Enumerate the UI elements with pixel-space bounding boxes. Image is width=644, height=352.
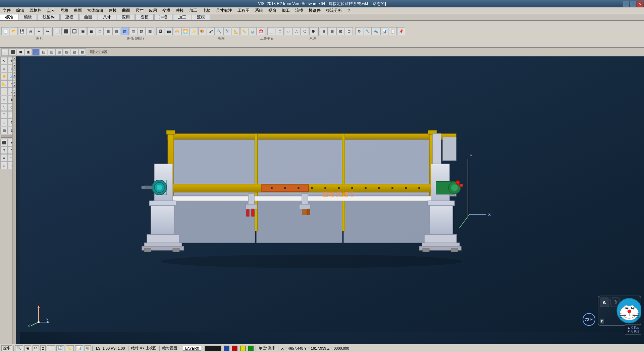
menu-moldinsert[interactable]: 模镶件 (306, 7, 323, 14)
menu-apply[interactable]: 应用 (146, 7, 160, 14)
tb-img5[interactable]: ✨ (190, 27, 198, 35)
tb-shape8[interactable]: ▤ (112, 27, 120, 35)
tb2-btn10[interactable]: ▨ (71, 48, 78, 56)
tb-view5[interactable]: ⬡ (301, 27, 309, 35)
maximize-button[interactable]: □ (630, 1, 636, 7)
status-btn-3[interactable]: ⟳ (33, 345, 39, 351)
menu-mesh[interactable]: 网格 (58, 7, 71, 14)
lt-strip-btn4[interactable]: ▪ (13, 67, 16, 70)
status-btn-4[interactable]: 2 (40, 345, 46, 351)
menu-dimension[interactable]: 尺寸 (133, 7, 146, 14)
menu-help[interactable]: ? (345, 8, 353, 13)
tb-img3[interactable]: 🔆 (173, 27, 181, 35)
lt-strip-btn2[interactable]: ▪ (13, 60, 16, 63)
lt-solidbox[interactable]: ⬛ (0, 139, 8, 146)
tab-apply[interactable]: 应用 (117, 14, 135, 20)
tb-shape1[interactable]: ⬜ (54, 27, 62, 35)
status-controls[interactable]: 控牢 (1, 345, 12, 351)
menu-mold[interactable]: 变模 (160, 7, 173, 14)
tb-img9[interactable]: 🔭 (223, 27, 231, 35)
tb2-btn11[interactable]: ▩ (78, 48, 86, 56)
tb2-btn5[interactable]: ◻ (32, 48, 40, 56)
viewport[interactable]: Y X 微辅 无编号 Y X Z A ☽ (20, 56, 644, 344)
tb-shape3[interactable]: 🔲 (70, 27, 78, 35)
tb-view4[interactable]: △ (292, 27, 301, 35)
menu-flow[interactable]: 流模 (292, 7, 306, 14)
status-btn-9[interactable]: ⊞ (85, 345, 91, 351)
lt-loft[interactable]: ◈ (0, 154, 8, 162)
menu-viewport[interactable]: 视窗 (266, 7, 279, 14)
tb-img8[interactable]: 🔍 (215, 27, 223, 35)
tb2-btn1[interactable]: ⬜ (1, 48, 9, 56)
tb-wp3[interactable]: ⊠ (336, 27, 344, 35)
lt-strip-btn12[interactable]: ▪ (13, 94, 16, 97)
tb-img13[interactable]: 🎯 (257, 27, 265, 35)
menu-pointcloud[interactable]: 点云 (44, 7, 58, 14)
lt-strip-btn10[interactable]: ▪ (13, 87, 16, 90)
tb-shape5[interactable]: ◼ (87, 27, 95, 35)
lt-strip-btn8[interactable]: ▪ (13, 81, 16, 83)
tb-open[interactable]: 📂 (10, 27, 18, 35)
lt-extrude[interactable]: ⬆ (0, 146, 8, 154)
menu-solidediting[interactable]: 实体编辑 (85, 7, 106, 14)
lt-strip-btn3[interactable]: ▪ (13, 64, 16, 67)
tb-wp2[interactable]: ⊟ (328, 27, 336, 35)
tb2-btn8[interactable]: ▦ (55, 48, 63, 56)
tb2-btn4[interactable]: ▣ (24, 48, 32, 56)
tb-sys6[interactable]: 📌 (397, 27, 405, 35)
status-btn-8[interactable]: 📊 (75, 345, 83, 351)
lt-curve[interactable]: ∿ (0, 103, 8, 111)
lt-circle[interactable]: ○ (0, 96, 8, 103)
tb-view2[interactable]: ◻ (276, 27, 284, 35)
tab-wireframe[interactable]: 线架构 (38, 14, 60, 20)
tb2-btn2[interactable]: ⬛ (9, 48, 16, 56)
lt-strip-btn11[interactable]: ▪ (13, 91, 16, 93)
tab-punch[interactable]: 冲模 (154, 14, 172, 20)
menu-modeling[interactable]: 建模 (106, 7, 119, 14)
menu-machining[interactable]: 加工 (186, 7, 200, 14)
tab-modeling[interactable]: 建模 (60, 14, 78, 20)
tb-shape-active[interactable]: ▨ (121, 27, 129, 35)
lt-strip-btn5[interactable]: ▪ (13, 71, 16, 73)
tb-img6[interactable]: 🎨 (198, 27, 206, 35)
tb-view1[interactable]: ⬜ (267, 27, 275, 35)
tb2-btn6[interactable]: ▤ (40, 48, 47, 56)
status-btn-6[interactable]: 🔄 (56, 345, 64, 351)
status-btn-5[interactable]: ⬜ (47, 345, 55, 351)
lt-strip-btn1[interactable]: ▪ (13, 57, 16, 60)
tb-img11[interactable]: 📏 (240, 27, 248, 35)
status-btn-7[interactable]: 📐 (66, 345, 74, 351)
lt-strip-btn9[interactable]: ▪ (13, 84, 16, 87)
menu-moldflow[interactable]: 模流分析 (323, 7, 345, 14)
menu-surface2[interactable]: 曲面 (119, 7, 133, 14)
tb-img4[interactable]: 🌅 (181, 27, 190, 35)
lt-fillet[interactable]: ⌒ (0, 111, 8, 119)
menu-machining2[interactable]: 加工 (279, 7, 292, 14)
tb-sys5[interactable]: 📋 (389, 27, 397, 35)
tb-view3[interactable]: ▱ (284, 27, 292, 35)
tb-shape11[interactable]: ▩ (146, 27, 154, 35)
tb-undo[interactable]: ↩ (35, 27, 43, 35)
lt-hatch[interactable]: ▤ (0, 127, 8, 134)
tb-img1[interactable]: 🖼 (156, 27, 164, 35)
tb-sys2[interactable]: 🔧 (364, 27, 372, 35)
menu-drawing[interactable]: 工程图 (235, 7, 252, 14)
tb2-btn3[interactable]: ◼ (17, 48, 24, 56)
tb-shape2[interactable]: ⬛ (62, 27, 70, 35)
menu-file[interactable]: 文件 (0, 7, 13, 14)
tb2-btn9[interactable]: ▧ (63, 48, 70, 56)
menu-wireframe[interactable]: 线框构 (27, 7, 44, 14)
minimize-button[interactable]: ─ (623, 1, 629, 7)
tb-shape4[interactable]: ▣ (79, 27, 87, 35)
menu-system[interactable]: 系统 (252, 7, 266, 14)
tb-sys4[interactable]: 📊 (380, 27, 388, 35)
tb-img12[interactable]: 🔬 (249, 27, 257, 35)
lt-dimension[interactable]: ↔ (0, 119, 8, 126)
menu-punch[interactable]: 冲模 (173, 7, 186, 14)
lt-strip-btn6[interactable]: ▪ (13, 74, 16, 77)
tb-img10[interactable]: 📐 (232, 27, 240, 35)
tb-new[interactable]: 📄 (1, 27, 9, 35)
tb-save[interactable]: 💾 (18, 27, 26, 35)
lt-strip-btn7[interactable]: ▪ (13, 77, 16, 80)
lt-pan[interactable]: ✋ (0, 73, 8, 80)
